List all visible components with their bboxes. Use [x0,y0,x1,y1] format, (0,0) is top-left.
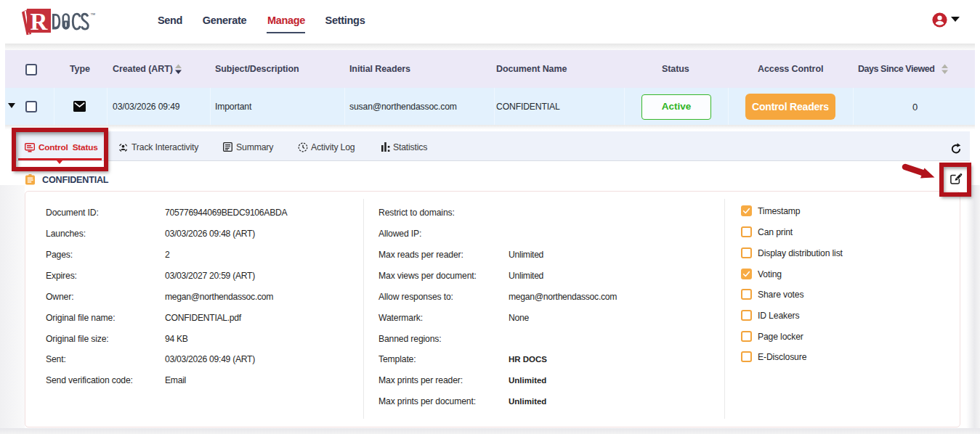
svg-text:™: ™ [90,12,96,18]
svg-text:R: R [31,9,49,35]
